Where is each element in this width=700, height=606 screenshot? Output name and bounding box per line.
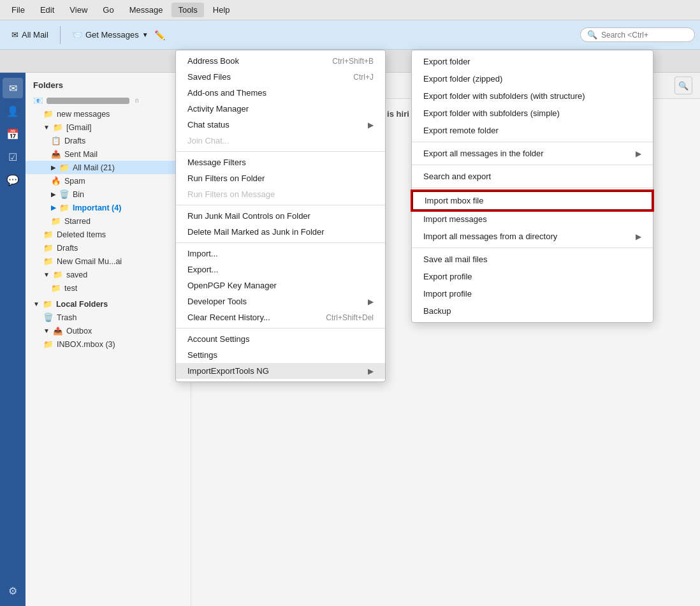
menu-message-filters[interactable]: Message Filters (176, 154, 385, 170)
submenu-search-export[interactable]: Search and export (412, 168, 653, 185)
folder-test[interactable]: 📁 test (26, 281, 191, 295)
backup-label: Backup (423, 306, 451, 316)
search-box[interactable]: 🔍 (580, 27, 695, 42)
all-mail-button[interactable]: ✉ All Mail (5, 27, 55, 43)
chat-sidebar-btn[interactable]: 💬 (3, 170, 23, 190)
menu-view[interactable]: View (63, 3, 94, 17)
submenu-export-profile[interactable]: Export profile (412, 268, 653, 285)
account-row[interactable]: 📧 n (26, 94, 191, 107)
importexporttools-label: ImportExportTools NG (187, 366, 269, 376)
icon-sidebar-bottom: ⚙ (3, 580, 23, 606)
menu-run-junk-mail[interactable]: Run Junk Mail Controls on Folder (176, 208, 385, 224)
menu-importexporttools[interactable]: ImportExportTools NG ▶ (176, 363, 385, 379)
folder-gmail[interactable]: ▼ 📁 [Gmail] (26, 121, 191, 134)
addons-label: Add-ons and Themes (187, 88, 266, 98)
export-all-messages-label: Export all messages in the folder (423, 149, 544, 158)
submenu-import-profile[interactable]: Import profile (412, 285, 653, 302)
submenu-export-simple[interactable]: Export folder with subfolders (simple) (412, 105, 653, 122)
folder-drafts2-icon: 📁 (43, 243, 54, 253)
menu-settings[interactable]: Settings (176, 347, 385, 363)
menu-address-book[interactable]: Address Book Ctrl+Shift+B (176, 53, 385, 69)
search-input[interactable] (601, 31, 684, 40)
folder-deleted-items[interactable]: 📁 Deleted Items (26, 228, 191, 241)
menu-tools[interactable]: Tools (171, 3, 203, 17)
run-filters-message-label: Run Filters on Message (187, 189, 275, 199)
menu-help[interactable]: Help (207, 3, 237, 17)
submenu-export-folder-zipped[interactable]: Export folder (zipped) (412, 70, 653, 87)
folder-new-gmail[interactable]: 📁 New Gmail Mu...ai (26, 255, 191, 268)
folder-inbox-mbox-label: INBOX.mbox (3) (57, 340, 115, 349)
mail-sidebar-btn[interactable]: ✉ (3, 78, 23, 98)
save-all-mail-label: Save all mail files (423, 255, 487, 264)
menu-openpgp[interactable]: OpenPGP Key Manager (176, 277, 385, 293)
submenu-separator-3 (412, 188, 653, 188)
folder-sent-mail[interactable]: 📤 Sent Mail (26, 147, 191, 161)
menu-message[interactable]: Message (123, 3, 170, 17)
folder-trash[interactable]: 🗑️ Trash (26, 311, 191, 324)
folder-spam-label: Spam (64, 177, 85, 186)
folder-drafts[interactable]: 📋 Drafts (26, 134, 191, 147)
delete-junk-label: Delete Mail Marked as Junk in Folder (187, 227, 324, 237)
separator-3 (176, 242, 385, 243)
submenu-export-remote[interactable]: Export remote folder (412, 122, 653, 139)
contacts-sidebar-btn[interactable]: 👤 (3, 101, 23, 121)
folder-deleted-icon: 📁 (43, 230, 54, 239)
submenu-export-with-structure[interactable]: Export folder with subfolders (with stru… (412, 87, 653, 105)
folder-important-icon: 📁 (59, 203, 69, 212)
menu-developer-tools[interactable]: Developer Tools ▶ (176, 293, 385, 309)
submenu-import-from-directory[interactable]: Import all messages from a directory ▶ (412, 228, 653, 245)
menu-chat-status[interactable]: Chat status ▶ (176, 117, 385, 133)
folder-starred-label: Starred (64, 217, 91, 226)
folder-bin[interactable]: ▶ 🗑️ Bin (26, 188, 191, 201)
folder-inbox-mbox[interactable]: 📁 INBOX.mbox (3) (26, 337, 191, 351)
folder-drafts2[interactable]: 📁 Drafts (26, 241, 191, 255)
tools-dropdown-menu: Address Book Ctrl+Shift+B Saved Files Ct… (175, 50, 386, 382)
run-filters-folder-label: Run Filters on Folder (187, 174, 265, 183)
menu-account-settings[interactable]: Account Settings (176, 331, 385, 347)
menu-activity-manager[interactable]: Activity Manager (176, 101, 385, 117)
settings-sidebar-btn[interactable]: ⚙ (3, 580, 23, 601)
submenu-backup[interactable]: Backup (412, 302, 653, 320)
submenu-export-folder[interactable]: Export folder (412, 53, 653, 70)
tasks-sidebar-btn[interactable]: ☑ (3, 147, 23, 167)
folder-new-messages[interactable]: 📁 new messages (26, 107, 191, 121)
menu-clear-history[interactable]: Clear Recent History... Ctrl+Shift+Del (176, 309, 385, 325)
calendar-sidebar-btn[interactable]: 📅 (3, 124, 23, 144)
menu-saved-files[interactable]: Saved Files Ctrl+J (176, 69, 385, 85)
menu-import[interactable]: Import... (176, 246, 385, 262)
mail-icon: ✉ (11, 30, 18, 40)
clear-history-label: Clear Recent History... (187, 313, 270, 322)
submenu-import-mbox[interactable]: Import mbox file (412, 191, 653, 211)
menu-export[interactable]: Export... (176, 262, 385, 277)
address-book-label: Address Book (187, 56, 239, 66)
get-messages-button[interactable]: 📨 Get Messages ▼ ✏️ (66, 27, 171, 43)
filter-search-btn[interactable]: 🔍 (674, 77, 692, 94)
menu-file[interactable]: File (5, 3, 31, 17)
folder-spam[interactable]: 🔥 Spam (26, 174, 191, 188)
folder-spam-icon: 🔥 (51, 176, 61, 186)
icon-sidebar: ✉ 👤 📅 ☑ 💬 ⚙ (0, 73, 26, 606)
folder-local-label: Local Folders (56, 300, 108, 309)
menu-addons[interactable]: Add-ons and Themes (176, 85, 385, 101)
folder-important[interactable]: ▶ 📁 Important (4) (26, 201, 191, 214)
menu-delete-junk[interactable]: Delete Mail Marked as Junk in Folder (176, 224, 385, 240)
folder-saved[interactable]: ▼ 📁 saved (26, 268, 191, 281)
folder-test-label: test (64, 284, 77, 293)
menu-edit[interactable]: Edit (34, 3, 61, 17)
saved-files-shortcut: Ctrl+J (353, 73, 374, 82)
menu-go[interactable]: Go (96, 3, 120, 17)
folder-drafts-icon: 📋 (51, 136, 61, 145)
folder-bin-label: Bin (73, 190, 84, 199)
submenu-export-all-messages[interactable]: Export all messages in the folder ▶ (412, 145, 653, 162)
folder-outbox[interactable]: ▼ 📤 Outbox (26, 324, 191, 337)
folder-local-folders[interactable]: ▼ 📁 Local Folders (26, 297, 191, 311)
submenu-save-all-mail[interactable]: Save all mail files (412, 251, 653, 268)
folder-drafts-label: Drafts (64, 137, 85, 145)
menu-run-filters-message: Run Filters on Message (176, 186, 385, 202)
folder-new-gmail-label: New Gmail Mu...ai (57, 257, 122, 266)
folder-starred[interactable]: 📁 Starred (26, 214, 191, 228)
submenu-import-messages[interactable]: Import messages (412, 211, 653, 228)
folder-all-mail[interactable]: ▶ 📁 All Mail (21) (26, 161, 191, 174)
collapse-icon: ▼ (43, 124, 50, 131)
menu-run-filters-folder[interactable]: Run Filters on Folder (176, 170, 385, 186)
